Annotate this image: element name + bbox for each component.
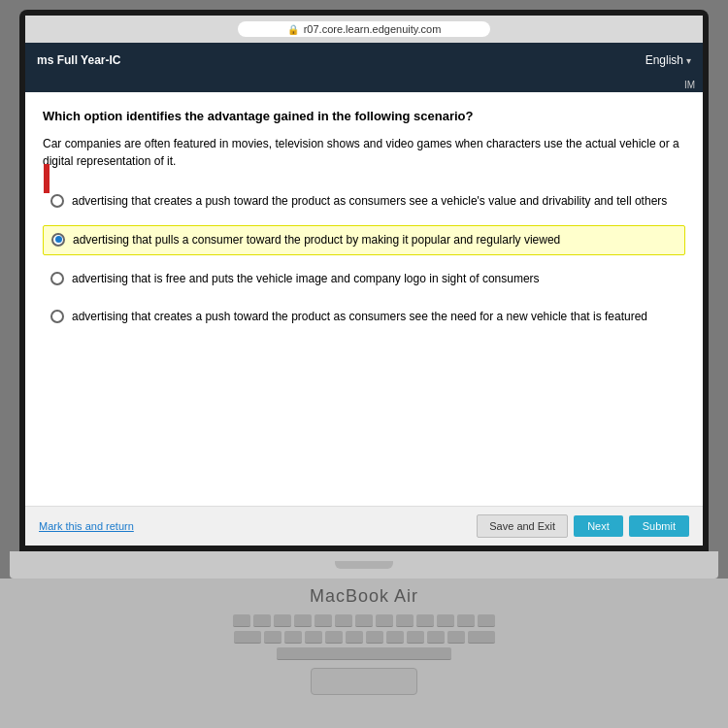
- accent-bar: [44, 164, 50, 193]
- key[interactable]: [457, 614, 475, 627]
- keyboard-row-3: [277, 647, 451, 660]
- keyboard-row-2: [234, 631, 495, 644]
- key[interactable]: [274, 614, 291, 627]
- radio-2[interactable]: [51, 233, 65, 247]
- key[interactable]: [294, 614, 312, 627]
- macbook-label: MacBook Air: [310, 586, 418, 607]
- option-3-text: advertising that is free and puts the ve…: [72, 271, 540, 287]
- key[interactable]: [264, 631, 281, 644]
- button-group: Save and Exit Next Submit: [477, 514, 689, 538]
- key[interactable]: [325, 631, 343, 644]
- browser-bar: 🔒 r07.core.learn.edgenuity.com: [25, 16, 703, 43]
- sub-header: IM: [25, 78, 703, 92]
- options-list: advertising that creates a push toward t…: [43, 187, 685, 330]
- app-header: ms Full Year-IC English ▾: [25, 43, 703, 78]
- key[interactable]: [234, 631, 261, 644]
- url-text: r07.core.learn.edgenuity.com: [304, 23, 442, 35]
- radio-2-inner: [55, 236, 62, 243]
- key[interactable]: [427, 631, 445, 644]
- key[interactable]: [355, 614, 373, 627]
- question-title: Which option identifies the advantage ga…: [43, 108, 685, 125]
- key[interactable]: [305, 631, 322, 644]
- key[interactable]: [376, 614, 393, 627]
- option-2-text: advertising that pulls a consumer toward…: [73, 232, 560, 248]
- laptop-notch: [335, 561, 393, 569]
- key[interactable]: [233, 614, 250, 627]
- radio-4[interactable]: [50, 310, 64, 323]
- key[interactable]: [314, 614, 332, 627]
- bottom-bar: Mark this and return Save and Exit Next …: [25, 506, 703, 546]
- key[interactable]: [416, 614, 434, 627]
- submit-button[interactable]: Submit: [629, 515, 689, 537]
- radio-1[interactable]: [50, 194, 64, 208]
- header-right: English ▾: [645, 53, 691, 67]
- spacebar-key[interactable]: [277, 647, 451, 660]
- option-1[interactable]: advertising that creates a push toward t…: [43, 187, 685, 215]
- key[interactable]: [478, 614, 495, 627]
- option-1-text: advertising that creates a push toward t…: [72, 193, 667, 210]
- option-3[interactable]: advertising that is free and puts the ve…: [43, 265, 685, 293]
- key[interactable]: [447, 631, 465, 644]
- app-title: ms Full Year-IC: [37, 53, 120, 67]
- language-label: English: [645, 53, 683, 67]
- keyboard-area: MacBook Air: [0, 579, 728, 728]
- key[interactable]: [284, 631, 302, 644]
- key[interactable]: [335, 614, 352, 627]
- option-2[interactable]: advertising that pulls a consumer toward…: [43, 225, 685, 255]
- key[interactable]: [346, 631, 363, 644]
- save-exit-button[interactable]: Save and Exit: [477, 514, 568, 538]
- chevron-down-icon: ▾: [686, 55, 691, 66]
- trackpad[interactable]: [311, 668, 417, 695]
- key[interactable]: [396, 614, 414, 627]
- url-bar[interactable]: 🔒 r07.core.learn.edgenuity.com: [238, 21, 490, 37]
- key[interactable]: [253, 614, 271, 627]
- mark-return-link[interactable]: Mark this and return: [39, 520, 134, 532]
- next-button[interactable]: Next: [574, 515, 623, 537]
- key[interactable]: [437, 614, 454, 627]
- keyboard-row-1: [233, 614, 495, 627]
- key[interactable]: [407, 631, 424, 644]
- main-content: Which option identifies the advantage ga…: [25, 92, 703, 506]
- language-selector[interactable]: English ▾: [645, 53, 691, 67]
- radio-3[interactable]: [50, 272, 64, 285]
- key[interactable]: [366, 631, 383, 644]
- lock-icon: 🔒: [287, 24, 299, 35]
- key[interactable]: [386, 631, 404, 644]
- laptop-body: [10, 551, 718, 579]
- scenario-text: Car companies are often featured in movi…: [43, 135, 685, 170]
- im-label: IM: [684, 80, 695, 90]
- option-4-text: advertising that creates a push toward t…: [72, 309, 647, 325]
- option-4[interactable]: advertising that creates a push toward t…: [43, 303, 685, 331]
- key[interactable]: [468, 631, 495, 644]
